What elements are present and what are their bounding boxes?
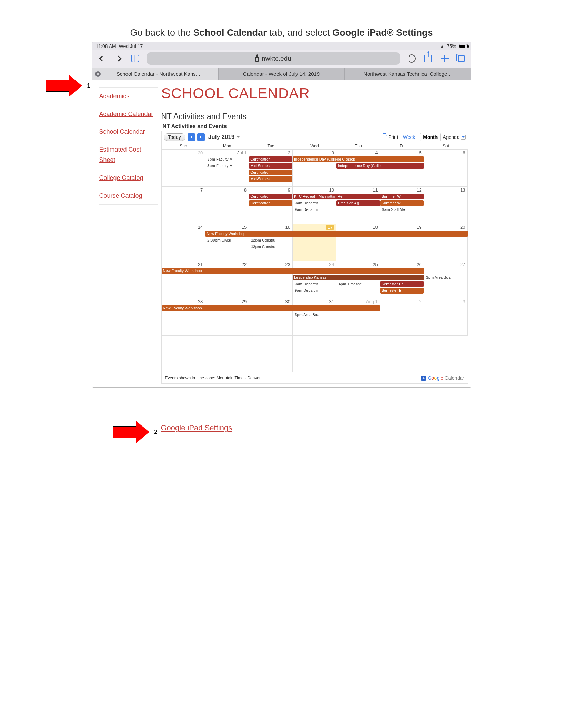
url-text: nwktc.edu (262, 55, 291, 62)
event[interactable]: Certification (249, 170, 292, 175)
week-row: 21 22 23 24 9am Departm 9am Departm 25 4… (162, 261, 468, 298)
tab-0[interactable]: ✕ School Calendar - Northwest Kans... (92, 68, 219, 80)
event[interactable]: New Faculty Workshop (162, 305, 380, 311)
annotation-arrow-1: 1 (46, 75, 93, 97)
nav-estimated-cost[interactable]: Estimated Cost Sheet (99, 141, 158, 169)
status-bar: 11:08 AM Wed Jul 17 ▲︎ 75% (92, 42, 471, 50)
view-month[interactable]: Month (420, 133, 441, 141)
view-week[interactable]: Week (400, 133, 418, 141)
event[interactable]: Certification (249, 156, 292, 162)
ipad-screenshot: 11:08 AM Wed Jul 17 ▲︎ 75% nwktc.edu (92, 42, 471, 388)
forward-button[interactable] (114, 54, 123, 63)
close-tab-icon[interactable]: ✕ (95, 71, 101, 77)
week-row: 28 29 30 31 5pm Area Boa Aug 1 2 3 New F… (162, 298, 468, 335)
view-agenda[interactable]: Agenda (443, 134, 465, 140)
event[interactable]: New Faculty Workshop (205, 231, 468, 237)
triangle-left-icon (189, 135, 192, 139)
week-row (162, 335, 468, 372)
battery-percent: 75% (446, 43, 456, 49)
share-icon (424, 55, 432, 62)
tabs-button[interactable] (456, 54, 466, 63)
event[interactable]: Certification (249, 194, 292, 199)
event[interactable]: 2:30pm Divisi (206, 237, 232, 243)
nav-college-catalog[interactable]: College Catalog (99, 169, 158, 187)
new-tab-button[interactable] (440, 54, 450, 63)
chevron-right-icon (115, 56, 121, 62)
event[interactable]: Precision Ag (336, 200, 380, 206)
nav-academic-calendar[interactable]: Academic Calendar (99, 105, 158, 123)
plus-icon (441, 55, 449, 62)
tab-label: School Calendar - Northwest Kans... (117, 71, 200, 77)
event[interactable]: 9am Departm (293, 200, 319, 206)
instruction-text: Go back to the School Calendar tab, and … (92, 28, 471, 38)
side-nav: Academics Academic Calendar School Calen… (92, 80, 161, 387)
annotation-arrow-2: 2 (113, 421, 160, 443)
bookmarks-button[interactable] (130, 54, 140, 63)
event[interactable]: New Faculty Workshop (162, 268, 424, 274)
event[interactable]: 3pm Faculty M (206, 163, 234, 169)
event[interactable]: 9am Departm (293, 207, 319, 213)
event[interactable]: Semester En (380, 288, 424, 294)
printer-icon (382, 135, 387, 139)
reload-button[interactable] (407, 54, 416, 63)
book-icon (131, 55, 139, 62)
event[interactable]: Independence Day (Colle (336, 163, 424, 169)
lock-icon (255, 57, 259, 62)
tab-row: ✕ School Calendar - Northwest Kans... Ca… (92, 68, 471, 80)
timezone-note: Events shown in time zone: Mountain Time… (165, 376, 261, 380)
wifi-icon: ▲︎ (440, 43, 445, 49)
tab-2[interactable]: Northwest Kansas Technical College... (345, 68, 471, 80)
week-row: 7 8 9 Certification Certification 10 9 (162, 186, 468, 224)
section-heading: NT Activities and Events (161, 112, 468, 121)
event[interactable]: KTC Retreat - Manhattan Re (293, 194, 380, 199)
event[interactable]: Leadership Kansas (293, 275, 424, 280)
reload-icon (408, 54, 416, 63)
nav-academics[interactable]: Academics (99, 87, 158, 105)
browser-toolbar: nwktc.edu (92, 50, 471, 68)
event[interactable]: 3pm Area Boa (425, 275, 452, 280)
week-row: 14 15 2:30pm Divisi 16 12pm Constru 12pm… (162, 224, 468, 261)
event[interactable]: Summer Wi (380, 200, 424, 206)
battery-icon (459, 44, 468, 48)
chevron-left-icon (99, 56, 105, 62)
plus-box-icon: + (421, 376, 426, 381)
print-button[interactable]: Print (382, 134, 398, 140)
prev-month-button[interactable] (188, 133, 195, 141)
event[interactable]: 4pm Timeshe (337, 281, 363, 287)
event[interactable]: Independence Day (College Closed) (293, 156, 424, 162)
event[interactable]: Mid-Semest (249, 176, 292, 182)
event[interactable]: 12pm Constru (250, 237, 277, 243)
url-bar[interactable]: nwktc.edu (147, 52, 400, 65)
status-time: 11:08 AM Wed Jul 17 (96, 43, 143, 49)
tab-label: Northwest Kansas Technical College... (363, 71, 452, 77)
tabs-icon (458, 55, 465, 62)
page-title: SCHOOL CALENDAR (161, 85, 468, 102)
nav-school-calendar[interactable]: School Calendar (99, 123, 158, 141)
google-ipad-settings-link[interactable]: Google iPad Settings (161, 423, 232, 432)
triangle-right-icon (200, 135, 203, 139)
event[interactable]: 9am Departm (293, 288, 319, 294)
week-row: 30 Jul 1 3pm 3pm Faculty MFaculty M 3pm … (162, 149, 468, 186)
tab-label: Calendar - Week of July 14, 2019 (243, 71, 320, 77)
event[interactable]: 12pm Constru (250, 244, 277, 250)
dropdown-icon (237, 136, 240, 140)
month-label[interactable]: July 2019 (208, 134, 240, 141)
event[interactable]: 3pm 3pm Faculty MFaculty M (206, 156, 234, 162)
event[interactable]: Certification (249, 200, 292, 206)
google-calendar-badge[interactable]: + Google Calendar (421, 375, 464, 381)
today-button[interactable]: Today (164, 133, 185, 141)
event[interactable]: Summer Wi (380, 194, 424, 199)
tab-1[interactable]: Calendar - Week of July 14, 2019 (219, 68, 345, 80)
event[interactable]: Semester En (380, 281, 424, 287)
agenda-dropdown-icon (461, 135, 466, 140)
day-header: SunMonTueWedThuFriSat (162, 143, 468, 149)
google-logo: Google (428, 375, 443, 381)
nav-course-catalog[interactable]: Course Catalog (99, 187, 158, 205)
share-button[interactable] (423, 54, 433, 63)
event[interactable]: Mid-Semest (249, 163, 292, 169)
next-month-button[interactable] (197, 133, 205, 141)
event[interactable]: 5pm Area Boa (293, 312, 321, 318)
event[interactable]: 9am Staff Me (381, 207, 406, 213)
back-button[interactable] (97, 54, 107, 63)
event[interactable]: 9am Departm (293, 281, 319, 287)
